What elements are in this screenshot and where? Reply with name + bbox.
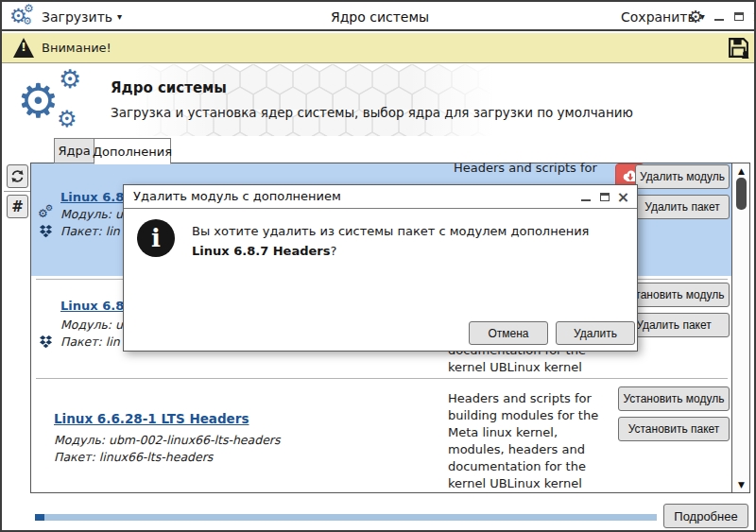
- minimize-icon[interactable]: [579, 191, 592, 203]
- install-package-button[interactable]: Установить пакет: [618, 417, 730, 441]
- module-line: Модуль: u: [60, 207, 123, 221]
- window-controls: ×: [713, 2, 756, 31]
- chevron-down-icon: ▾: [117, 11, 122, 22]
- dialog-message-prefix: Вы хотите удалить из системы пакет с мод…: [192, 224, 589, 238]
- save-menu-label: Сохранить: [621, 9, 696, 25]
- app-window: ⚙ ⚙ ⚙ Загрузить ▾ Ядро системы Сохранить…: [0, 0, 756, 532]
- page-title: Ядро системы: [111, 79, 227, 96]
- exclamation-glyph: !: [12, 40, 35, 54]
- warning-bar: ! Внимание!: [2, 33, 754, 63]
- package-line: Пакет: lin: [60, 335, 120, 349]
- load-menu-label: Загрузить: [42, 9, 112, 25]
- remove-package-button[interactable]: Удалить пакет: [635, 195, 730, 219]
- load-menu-button[interactable]: Загрузить ▾: [42, 2, 122, 31]
- maximize-icon[interactable]: [598, 191, 610, 203]
- titlebar: ⚙ ⚙ ⚙ Загрузить ▾ Ядро системы Сохранить…: [2, 2, 754, 31]
- dialog-titlebar[interactable]: Удалить модуль с дополнением ×: [124, 185, 637, 209]
- gear-icon: ⚙: [17, 77, 60, 125]
- dialog-title: Удалить модуль с дополнением: [133, 189, 341, 203]
- gear-icon: ⚙: [24, 3, 34, 14]
- delete-button[interactable]: Удалить: [556, 321, 635, 345]
- details-button[interactable]: Подробнее: [663, 504, 748, 528]
- warning-triangle-icon: !: [12, 37, 35, 59]
- window-title: Ядро системы: [285, 2, 474, 31]
- grub-config-button[interactable]: #: [7, 195, 28, 218]
- module-line: Модуль: ubm-002-linux66-lts-headers: [54, 433, 280, 447]
- minimize-icon[interactable]: [713, 10, 725, 23]
- dialog-message-suffix: ?: [330, 244, 336, 258]
- refresh-button[interactable]: [7, 164, 28, 188]
- pattern-fade: [408, 64, 493, 136]
- progress-fill: [35, 514, 44, 521]
- cancel-button[interactable]: Отмена: [469, 321, 548, 345]
- scroll-down-icon[interactable]: ▼: [732, 480, 750, 489]
- addon-description: Headers and scripts for: [454, 160, 610, 177]
- addon-description: Headers and scripts for building modules…: [448, 390, 599, 492]
- gear-icon: ⚙: [23, 16, 32, 26]
- package-line: Пакет: linux66-lts-headers: [54, 450, 213, 464]
- info-icon: i: [137, 219, 175, 257]
- dialog-window-controls: ×: [579, 185, 629, 209]
- confirm-delete-dialog: Удалить модуль с дополнением × i Вы хоти…: [123, 184, 638, 352]
- kernel-gears-icon: ⚙ ⚙ ⚙: [15, 66, 102, 134]
- dialog-message: Вы хотите удалить из системы пакет с мод…: [192, 221, 619, 261]
- refresh-icon: [9, 168, 26, 184]
- dialog-message-kernel-name: Linux 6.8.7 Headers: [192, 244, 330, 258]
- gear-icon: ⚙: [59, 66, 81, 92]
- package-installed-icon: [39, 335, 53, 349]
- kernel-link[interactable]: Linux 6.8.: [60, 299, 129, 313]
- warning-label: Внимание!: [42, 41, 112, 55]
- module-line: Модуль: u: [60, 317, 123, 332]
- tab-kernels[interactable]: Ядра: [54, 138, 94, 163]
- kernel-link[interactable]: Linux 6.8.: [60, 190, 129, 204]
- package-line: Пакет: lin: [60, 224, 120, 238]
- gear-icon: ⚙: [57, 108, 77, 130]
- settings-gear-icon[interactable]: ⚙: [688, 7, 703, 26]
- app-gears-icon: ⚙ ⚙ ⚙: [9, 4, 38, 30]
- scroll-up-icon[interactable]: ▲: [732, 166, 750, 176]
- scrollbar-thumb[interactable]: [736, 178, 747, 210]
- page-header: ⚙ ⚙ ⚙ Ядро системы Загрузка и установка …: [2, 64, 754, 136]
- remove-module-button[interactable]: Удалить модуль: [635, 164, 730, 189]
- tab-addons[interactable]: Дополнения: [94, 138, 171, 164]
- vertical-scrollbar[interactable]: ▲ ▼: [731, 163, 749, 492]
- maximize-icon[interactable]: [732, 10, 745, 23]
- progress-bar: [35, 514, 657, 521]
- pattern-fade: [134, 64, 219, 136]
- addon-description: kernel UBLinux kernel: [448, 359, 582, 376]
- module-installed-icon: ⚙ ⚙: [38, 206, 55, 221]
- row-separator: [36, 378, 728, 379]
- close-icon[interactable]: ×: [752, 10, 756, 23]
- sidebar-separator: [4, 191, 30, 192]
- kernel-link[interactable]: Linux 6.6.28-1 LTS Headers: [54, 411, 249, 426]
- page-subtitle: Загрузка и установка ядер системы, выбор…: [111, 105, 633, 120]
- close-icon[interactable]: ×: [617, 191, 629, 203]
- install-module-button[interactable]: Установить модуль: [618, 386, 730, 411]
- save-file-icon[interactable]: [727, 36, 750, 60]
- package-installed-icon: [39, 225, 53, 238]
